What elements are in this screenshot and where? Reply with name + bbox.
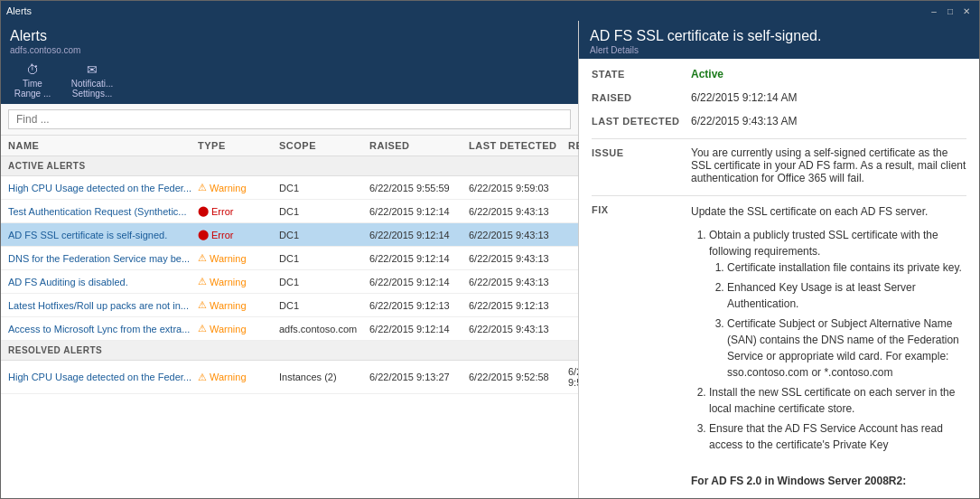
alert-raised: 6/22/2015 9:12:13 xyxy=(369,300,469,311)
alert-name: AD FS SSL certificate is self-signed. xyxy=(8,230,198,240)
alert-scope: DC1 xyxy=(279,300,369,311)
alert-name: Latest Hotfixes/Roll up packs are not in… xyxy=(8,300,198,311)
divider xyxy=(592,138,966,139)
warning-icon: ⚠ xyxy=(198,299,207,311)
state-label: STATE xyxy=(592,68,691,80)
close-button[interactable]: ✕ xyxy=(959,5,974,17)
window-controls: – □ ✕ xyxy=(927,5,974,17)
alert-resolved: 6/22/2015 9:53:58 xyxy=(568,366,578,388)
alert-type: ⚠ Warning xyxy=(198,276,279,287)
alert-type: ⚠ Warning xyxy=(198,252,279,264)
alert-last-detected: 6/22/2015 9:43:13 xyxy=(469,230,568,240)
alert-raised: 6/22/2015 9:55:59 xyxy=(369,183,469,193)
alert-row[interactable]: High CPU Usage detected on the Feder... … xyxy=(1,361,578,394)
notification-icon: ✉ xyxy=(87,62,98,77)
warning-icon: ⚠ xyxy=(198,276,207,287)
state-value: Active xyxy=(691,68,966,80)
alert-scope: DC1 xyxy=(279,230,369,240)
panel-title: Alerts xyxy=(10,28,569,44)
resolved-alerts-header: RESOLVED ALERTS xyxy=(1,341,578,361)
window-title: Alerts xyxy=(6,5,32,16)
search-bar xyxy=(1,104,578,136)
divider-2 xyxy=(592,195,966,196)
alert-row[interactable]: Access to Microsoft Lync from the extra.… xyxy=(1,317,578,341)
alert-scope: DC1 xyxy=(279,277,369,287)
alert-last-detected: 6/22/2015 9:52:58 xyxy=(469,372,568,382)
col-raised: RAISED xyxy=(369,140,469,151)
alert-last-detected: 6/22/2015 9:43:13 xyxy=(469,253,568,264)
panel-subtitle: adfs.contoso.com xyxy=(10,45,569,55)
fix-intro: Update the SSL certificate on each AD FS… xyxy=(691,203,966,220)
warning-icon: ⚠ xyxy=(198,252,207,264)
alert-type: ⬤ Error xyxy=(198,229,279,240)
alert-name: High CPU Usage detected on the Feder... xyxy=(8,183,198,193)
alert-row[interactable]: Test Authentication Request (Synthetic..… xyxy=(1,200,578,223)
time-range-label: TimeRange ... xyxy=(14,79,51,99)
warning-icon: ⚠ xyxy=(198,372,207,383)
detail-header: AD FS SSL certificate is self-signed. Al… xyxy=(579,21,979,59)
title-bar: Alerts – □ ✕ xyxy=(1,1,979,21)
detail-subtitle: Alert Details xyxy=(590,45,968,55)
detail-title: AD FS SSL certificate is self-signed. xyxy=(590,28,968,44)
alert-scope: DC1 xyxy=(279,183,369,193)
alert-row[interactable]: Latest Hotfixes/Roll up packs are not in… xyxy=(1,294,578,317)
alert-last-detected: 6/22/2015 9:43:13 xyxy=(469,277,568,287)
error-icon: ⬤ xyxy=(198,229,209,240)
alert-type: ⬤ Error xyxy=(198,205,279,217)
alert-row[interactable]: DNS for the Federation Service may be...… xyxy=(1,247,578,270)
fix-sub-steps-1: Certificate installation file contains i… xyxy=(727,259,966,381)
warning-icon: ⚠ xyxy=(198,182,207,193)
fix-label: FIX xyxy=(592,203,691,215)
alert-last-detected: 6/22/2015 9:43:13 xyxy=(469,324,568,334)
app-window: Alerts – □ ✕ Alerts adfs.contoso.com ⏱ T… xyxy=(0,0,980,499)
raised-value: 6/22/2015 9:12:14 AM xyxy=(691,91,966,104)
alert-raised: 6/22/2015 9:13:27 xyxy=(369,372,469,382)
main-layout: Alerts adfs.contoso.com ⏱ TimeRange ... … xyxy=(1,21,979,498)
bold-section-text: For AD FS 2.0 in Windows Server 2008R2: xyxy=(691,475,906,487)
warning-icon: ⚠ xyxy=(198,323,207,334)
bold-section: For AD FS 2.0 in Windows Server 2008R2: xyxy=(691,473,966,489)
col-scope: SCOPE xyxy=(279,140,369,151)
last-detected-row: LAST DETECTED 6/22/2015 9:43:13 AM xyxy=(592,115,966,127)
alert-last-detected: 6/22/2015 9:59:03 xyxy=(469,183,568,193)
fix-step-1: Obtain a publicly trusted SSL certificat… xyxy=(709,227,966,381)
fix-sub-step-1b: Enhanced Key Usage is at least Server Au… xyxy=(727,279,966,312)
issue-row: ISSUE You are currently using a self-sig… xyxy=(592,146,966,184)
alert-row-selected[interactable]: AD FS SSL certificate is self-signed. ⬤ … xyxy=(1,223,578,247)
issue-value: You are currently using a self-signed ce… xyxy=(691,146,966,184)
issue-label: ISSUE xyxy=(592,146,691,158)
alert-type: ⚠ Warning xyxy=(198,182,279,193)
alert-name: DNS for the Federation Service may be... xyxy=(8,253,198,264)
notification-settings-button[interactable]: ✉ Notificati...Settings... xyxy=(70,62,115,99)
time-range-icon: ⏱ xyxy=(26,62,39,77)
minimize-button[interactable]: – xyxy=(927,5,941,17)
col-type: TYPE xyxy=(198,140,279,151)
alert-last-detected: 6/22/2015 9:12:13 xyxy=(469,300,568,311)
alert-raised: 6/22/2015 9:12:14 xyxy=(369,324,469,334)
alert-type: ⚠ Warning xyxy=(198,323,279,334)
alert-type: ⚠ Warning xyxy=(198,299,279,311)
alert-row[interactable]: AD FS Auditing is disabled. ⚠ Warning DC… xyxy=(1,270,578,294)
maximize-button[interactable]: □ xyxy=(943,5,957,17)
alert-row[interactable]: High CPU Usage detected on the Feder... … xyxy=(1,176,578,200)
fix-steps-list: Obtain a publicly trusted SSL certificat… xyxy=(709,227,966,453)
state-row: STATE Active xyxy=(592,68,966,80)
fix-sub-step-1c: Certificate Subject or Subject Alternati… xyxy=(727,315,966,381)
col-name: NAME xyxy=(8,140,198,151)
fix-step-3: Ensure that the AD FS Service Account ha… xyxy=(709,420,966,453)
detail-content[interactable]: STATE Active RAISED 6/22/2015 9:12:14 AM… xyxy=(579,59,979,498)
notification-label: Notificati...Settings... xyxy=(71,79,114,99)
table-header: NAME TYPE SCOPE RAISED LAST DETECTED RES… xyxy=(1,136,578,156)
time-range-button[interactable]: ⏱ TimeRange ... xyxy=(10,62,55,99)
search-input[interactable] xyxy=(8,109,571,129)
left-panel: Alerts adfs.contoso.com ⏱ TimeRange ... … xyxy=(1,21,579,498)
alert-scope: Instances (2) xyxy=(279,372,369,382)
alert-raised: 6/22/2015 9:12:14 xyxy=(369,253,469,264)
panel-header: Alerts adfs.contoso.com xyxy=(1,21,578,59)
raised-label: RAISED xyxy=(592,91,691,103)
alert-raised: 6/22/2015 9:12:14 xyxy=(369,230,469,240)
alert-type: ⚠ Warning xyxy=(198,372,279,383)
alert-name: High CPU Usage detected on the Feder... xyxy=(8,372,198,382)
last-detected-label: LAST DETECTED xyxy=(592,115,691,127)
last-detected-value: 6/22/2015 9:43:13 AM xyxy=(691,115,966,127)
